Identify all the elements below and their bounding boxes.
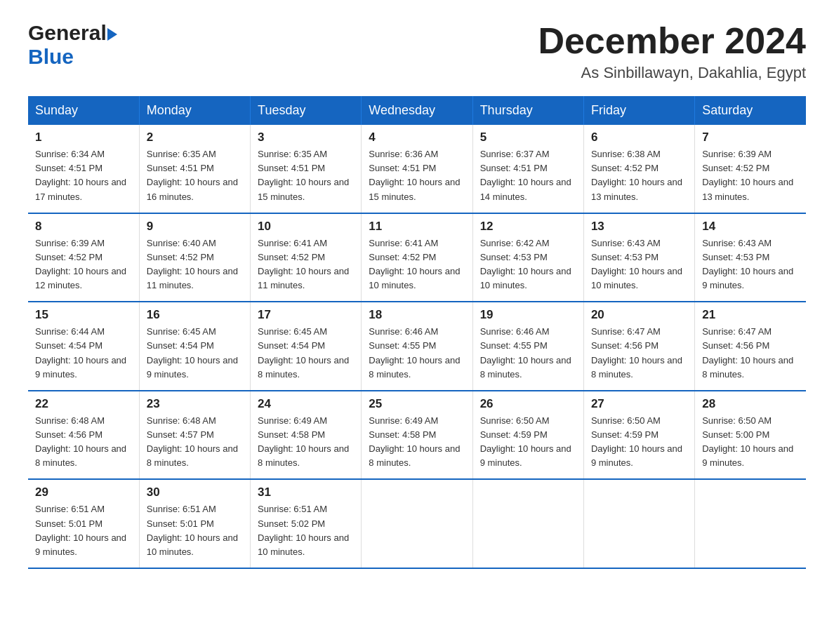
day-number: 23: [147, 397, 243, 411]
calendar-week-row: 22 Sunrise: 6:48 AM Sunset: 4:56 PM Dayl…: [28, 391, 806, 480]
daylight-label: Daylight: 10 hours and 8 minutes.: [591, 355, 682, 380]
sunset-label: Sunset: 4:53 PM: [702, 252, 769, 262]
calendar-cell: 4 Sunrise: 6:36 AM Sunset: 4:51 PM Dayli…: [362, 125, 472, 213]
daylight-label: Daylight: 10 hours and 10 minutes.: [369, 266, 460, 290]
sunrise-label: Sunrise: 6:35 AM: [258, 149, 327, 159]
sunset-label: Sunset: 4:51 PM: [480, 163, 548, 173]
location-title: As Sinbillawayn, Dakahlia, Egypt: [538, 64, 806, 82]
calendar-cell: [472, 479, 583, 568]
calendar-week-row: 8 Sunrise: 6:39 AM Sunset: 4:52 PM Dayli…: [28, 213, 806, 302]
sunset-label: Sunset: 4:59 PM: [480, 429, 548, 440]
sunrise-label: Sunrise: 6:39 AM: [35, 238, 105, 248]
day-info: Sunrise: 6:43 AM Sunset: 4:53 PM Dayligh…: [702, 236, 799, 293]
day-info: Sunrise: 6:36 AM Sunset: 4:51 PM Dayligh…: [369, 147, 465, 204]
calendar-header-tuesday: Tuesday: [251, 96, 362, 125]
logo-blue-text: Blue: [28, 45, 74, 68]
sunrise-label: Sunrise: 6:51 AM: [35, 504, 105, 514]
sunrise-label: Sunrise: 6:46 AM: [480, 326, 550, 337]
day-number: 31: [258, 485, 354, 499]
sunset-label: Sunset: 4:59 PM: [591, 429, 658, 440]
calendar-week-row: 1 Sunrise: 6:34 AM Sunset: 4:51 PM Dayli…: [28, 125, 806, 213]
calendar-cell: 15 Sunrise: 6:44 AM Sunset: 4:54 PM Dayl…: [28, 302, 139, 391]
calendar-cell: 31 Sunrise: 6:51 AM Sunset: 5:02 PM Dayl…: [251, 479, 362, 568]
sunset-label: Sunset: 4:55 PM: [369, 340, 436, 351]
sunset-label: Sunset: 4:52 PM: [591, 163, 658, 173]
calendar-cell: 12 Sunrise: 6:42 AM Sunset: 4:53 PM Dayl…: [472, 213, 583, 302]
day-number: 11: [369, 220, 465, 234]
sunrise-label: Sunrise: 6:39 AM: [702, 149, 772, 159]
day-number: 24: [258, 397, 354, 411]
day-info: Sunrise: 6:35 AM Sunset: 4:51 PM Dayligh…: [258, 147, 354, 204]
calendar-header-sunday: Sunday: [28, 96, 139, 125]
daylight-label: Daylight: 10 hours and 9 minutes.: [702, 443, 793, 468]
daylight-label: Daylight: 10 hours and 15 minutes.: [369, 177, 460, 201]
daylight-label: Daylight: 10 hours and 9 minutes.: [147, 355, 238, 380]
calendar-cell: 18 Sunrise: 6:46 AM Sunset: 4:55 PM Dayl…: [362, 302, 472, 391]
daylight-label: Daylight: 10 hours and 8 minutes.: [258, 355, 349, 380]
day-info: Sunrise: 6:34 AM Sunset: 4:51 PM Dayligh…: [35, 147, 132, 204]
calendar-cell: 24 Sunrise: 6:49 AM Sunset: 4:58 PM Dayl…: [251, 391, 362, 480]
sunset-label: Sunset: 4:52 PM: [702, 163, 769, 173]
day-info: Sunrise: 6:46 AM Sunset: 4:55 PM Dayligh…: [369, 325, 465, 382]
day-number: 15: [35, 308, 132, 322]
day-info: Sunrise: 6:49 AM Sunset: 4:58 PM Dayligh…: [369, 414, 465, 471]
sunrise-label: Sunrise: 6:34 AM: [35, 149, 105, 159]
calendar-cell: 10 Sunrise: 6:41 AM Sunset: 4:52 PM Dayl…: [251, 213, 362, 302]
month-title: December 2024: [538, 21, 806, 61]
sunset-label: Sunset: 4:52 PM: [147, 252, 214, 262]
day-info: Sunrise: 6:41 AM Sunset: 4:52 PM Dayligh…: [258, 236, 354, 293]
day-number: 9: [147, 220, 243, 234]
daylight-label: Daylight: 10 hours and 13 minutes.: [702, 177, 793, 201]
calendar-cell: 1 Sunrise: 6:34 AM Sunset: 4:51 PM Dayli…: [28, 125, 139, 213]
day-number: 17: [258, 308, 354, 322]
sunset-label: Sunset: 4:51 PM: [258, 163, 325, 173]
daylight-label: Daylight: 10 hours and 15 minutes.: [258, 177, 349, 201]
day-number: 1: [35, 130, 132, 145]
calendar-cell: 21 Sunrise: 6:47 AM Sunset: 4:56 PM Dayl…: [695, 302, 806, 391]
calendar-cell: [583, 479, 694, 568]
calendar-week-row: 29 Sunrise: 6:51 AM Sunset: 5:01 PM Dayl…: [28, 479, 806, 568]
day-info: Sunrise: 6:38 AM Sunset: 4:52 PM Dayligh…: [591, 147, 687, 204]
day-info: Sunrise: 6:37 AM Sunset: 4:51 PM Dayligh…: [480, 147, 576, 204]
sunrise-label: Sunrise: 6:50 AM: [591, 415, 661, 426]
logo: General Blue: [28, 21, 117, 69]
day-info: Sunrise: 6:51 AM Sunset: 5:01 PM Dayligh…: [35, 502, 132, 559]
daylight-label: Daylight: 10 hours and 11 minutes.: [147, 266, 238, 290]
sunrise-label: Sunrise: 6:43 AM: [591, 238, 661, 248]
day-number: 2: [147, 130, 243, 145]
sunrise-label: Sunrise: 6:45 AM: [258, 326, 327, 337]
sunset-label: Sunset: 4:58 PM: [369, 429, 436, 440]
day-number: 22: [35, 397, 132, 411]
day-info: Sunrise: 6:51 AM Sunset: 5:02 PM Dayligh…: [258, 502, 354, 559]
daylight-label: Daylight: 10 hours and 10 minutes.: [147, 532, 238, 557]
day-number: 19: [480, 308, 576, 322]
sunrise-label: Sunrise: 6:47 AM: [702, 326, 772, 337]
sunset-label: Sunset: 4:53 PM: [591, 252, 658, 262]
daylight-label: Daylight: 10 hours and 16 minutes.: [147, 177, 238, 201]
sunset-label: Sunset: 4:55 PM: [480, 340, 548, 351]
sunrise-label: Sunrise: 6:42 AM: [480, 238, 550, 248]
daylight-label: Daylight: 10 hours and 8 minutes.: [480, 355, 571, 380]
sunset-label: Sunset: 4:56 PM: [591, 340, 658, 351]
day-info: Sunrise: 6:48 AM Sunset: 4:56 PM Dayligh…: [35, 414, 132, 471]
sunrise-label: Sunrise: 6:44 AM: [35, 326, 105, 337]
sunrise-label: Sunrise: 6:51 AM: [258, 504, 327, 514]
day-info: Sunrise: 6:39 AM Sunset: 4:52 PM Dayligh…: [35, 236, 132, 293]
sunset-label: Sunset: 5:02 PM: [258, 518, 325, 529]
calendar-cell: 19 Sunrise: 6:46 AM Sunset: 4:55 PM Dayl…: [472, 302, 583, 391]
day-info: Sunrise: 6:49 AM Sunset: 4:58 PM Dayligh…: [258, 414, 354, 471]
sunset-label: Sunset: 4:52 PM: [258, 252, 325, 262]
day-info: Sunrise: 6:50 AM Sunset: 5:00 PM Dayligh…: [702, 414, 799, 471]
page-header: General Blue December 2024 As Sinbillawa…: [28, 21, 806, 82]
calendar-cell: 23 Sunrise: 6:48 AM Sunset: 4:57 PM Dayl…: [139, 391, 250, 480]
sunset-label: Sunset: 4:56 PM: [702, 340, 769, 351]
sunset-label: Sunset: 5:01 PM: [147, 518, 214, 529]
day-info: Sunrise: 6:43 AM Sunset: 4:53 PM Dayligh…: [591, 236, 687, 293]
daylight-label: Daylight: 10 hours and 8 minutes.: [258, 443, 349, 468]
sunrise-label: Sunrise: 6:48 AM: [147, 415, 216, 426]
calendar-cell: 8 Sunrise: 6:39 AM Sunset: 4:52 PM Dayli…: [28, 213, 139, 302]
calendar-cell: 30 Sunrise: 6:51 AM Sunset: 5:01 PM Dayl…: [139, 479, 250, 568]
daylight-label: Daylight: 10 hours and 10 minutes.: [480, 266, 571, 290]
daylight-label: Daylight: 10 hours and 14 minutes.: [480, 177, 571, 201]
sunset-label: Sunset: 4:54 PM: [258, 340, 325, 351]
